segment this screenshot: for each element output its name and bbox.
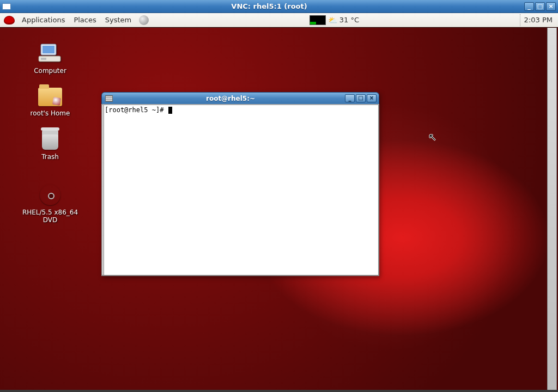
panel-clock[interactable]: 2:03 PM xyxy=(524,16,558,24)
terminal-cursor xyxy=(168,107,172,114)
desktop-icon-label: Trash xyxy=(17,153,83,161)
desktop-icon-computer[interactable]: Computer xyxy=(17,43,83,75)
svg-rect-3 xyxy=(41,58,46,60)
terminal-icon xyxy=(105,95,113,102)
terminal-close-button[interactable]: × xyxy=(367,94,377,102)
bottom-panel-edge xyxy=(0,390,558,392)
desktop[interactable]: Computer root's Home Trash RHEL/5.5 x86_… xyxy=(0,27,558,390)
terminal-maximize-button[interactable]: □ xyxy=(356,94,366,102)
terminal-minimize-button[interactable]: _ xyxy=(345,94,355,102)
system-monitor-applet[interactable] xyxy=(310,15,326,25)
vnc-minimize-button[interactable]: _ xyxy=(524,2,534,11)
menu-applications[interactable]: Applications xyxy=(17,13,69,27)
desktop-icon-trash[interactable]: Trash xyxy=(17,129,83,161)
computer-icon xyxy=(37,43,63,65)
desktop-icon-home[interactable]: root's Home xyxy=(17,85,83,117)
window-icon xyxy=(2,3,11,10)
desktop-icon-label: root's Home xyxy=(17,109,83,117)
vnc-title: VNC: rhel5:1 (root) xyxy=(14,2,524,10)
menu-places[interactable]: Places xyxy=(69,13,100,27)
menu-system[interactable]: System xyxy=(101,13,136,27)
terminal-scrollbar[interactable] xyxy=(102,105,104,275)
terminal-prompt: [root@rhel5 ~]# xyxy=(105,106,168,114)
svg-rect-1 xyxy=(43,46,54,53)
desktop-icon-dvd[interactable]: RHEL/5.5 x86_64 DVD xyxy=(17,183,83,224)
terminal-titlebar[interactable]: root@rhel5:~ _ □ × xyxy=(101,92,379,104)
desktop-icon-label: RHEL/5.5 x86_64 DVD xyxy=(17,209,83,224)
redhat-icon[interactable] xyxy=(4,16,14,24)
terminal-body[interactable]: [root@rhel5 ~]# xyxy=(101,104,379,276)
home-folder-icon xyxy=(38,88,62,106)
desktop-icon-label: Computer xyxy=(17,67,83,75)
weather-temp[interactable]: 31 °C xyxy=(339,16,359,24)
terminal-title: root@rhel5:~ xyxy=(116,95,345,102)
terminal-window[interactable]: root@rhel5:~ _ □ × [root@rhel5 ~]# xyxy=(101,92,379,276)
dvd-icon xyxy=(40,185,60,205)
trash-icon xyxy=(42,130,58,150)
vnc-maximize-button[interactable]: □ xyxy=(535,2,545,11)
vnc-titlebar[interactable]: VNC: rhel5:1 (root) _ □ × xyxy=(0,0,558,13)
gnome-top-panel: Applications Places System ⛅ 31 °C 2:03 … xyxy=(0,13,558,27)
vnc-close-button[interactable]: × xyxy=(546,2,556,11)
weather-icon[interactable]: ⛅ xyxy=(328,16,337,24)
applet-icon[interactable] xyxy=(139,15,149,25)
